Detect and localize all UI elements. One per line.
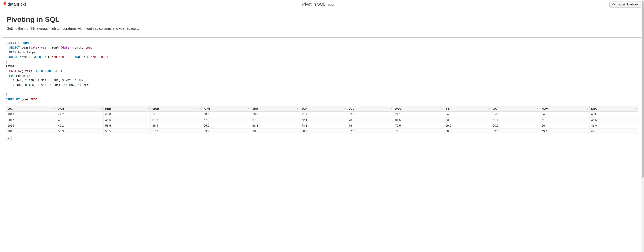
sort-caret-icon: ▾: [148, 108, 149, 110]
table-row: 201743.746.651.557.36772.178.381.573.861…: [6, 117, 638, 123]
import-notebook-button[interactable]: Import Notebook: [610, 1, 641, 7]
column-header[interactable]: SEP▾: [444, 106, 491, 112]
notebook-lang: (SQL): [326, 3, 334, 6]
column-header[interactable]: AUG▾: [393, 106, 444, 112]
app-header: databricks Pivot in SQL (SQL) Import Not…: [0, 0, 644, 9]
md-paragraph: Getting the monthly average high tempera…: [6, 27, 638, 30]
table-body: 201849.745.85458.670.871.982.879.1nullnu…: [6, 112, 638, 134]
table-cell: 59.9: [202, 129, 251, 134]
download-icon: [7, 137, 10, 140]
sort-caret-icon: ▾: [54, 108, 55, 110]
table-cell: 67: [251, 117, 300, 123]
table-cell: 41.9: [589, 123, 638, 129]
sort-caret-icon: ▾: [391, 108, 392, 110]
table-cell: 81.5: [393, 117, 444, 123]
table-cell: 82.6: [347, 129, 393, 134]
table-cell: 46.6: [104, 117, 151, 123]
column-header[interactable]: FEB▾: [104, 106, 151, 112]
table-cell: 2015: [6, 129, 56, 134]
vertical-scrollbar[interactable]: [642, 0, 644, 145]
databricks-logo: databricks: [3, 2, 26, 7]
table-cell: null: [444, 112, 491, 117]
table-cell: 68: [251, 129, 300, 134]
table-cell: 50.3: [56, 129, 103, 134]
column-header[interactable]: APR▾: [202, 106, 251, 112]
sort-caret-icon: ▾: [248, 108, 250, 110]
results-panel: year▾JAN▾FEB▾MAR▾APR▾MAY▾JUN▾JUL▾AUG▾SEP…: [6, 106, 638, 141]
download-results-button[interactable]: [6, 136, 12, 141]
column-header[interactable]: NOV▾: [540, 106, 590, 112]
table-cell: 56.4: [151, 123, 202, 129]
table-cell: 51.5: [151, 117, 202, 123]
column-header[interactable]: MAR▾: [151, 106, 202, 112]
sort-caret-icon: ▾: [537, 108, 538, 110]
notebook-content: Pivoting in SQL Getting the monthly aver…: [0, 9, 644, 145]
table-cell: 2018: [6, 112, 56, 117]
table-cell: 60.5: [491, 123, 540, 129]
column-header[interactable]: JAN▾: [56, 106, 103, 112]
table-row: 201649.153.656.465.968.873.17679.569.660…: [6, 123, 638, 129]
sort-caret-icon: ▾: [636, 108, 637, 110]
sort-caret-icon: ▾: [587, 108, 588, 110]
table-cell: 45.5: [589, 117, 638, 123]
table-cell: 68.8: [251, 123, 300, 129]
databricks-logo-icon: [3, 2, 7, 7]
sort-caret-icon: ▾: [200, 108, 200, 110]
column-header[interactable]: OCT▾: [491, 106, 540, 112]
table-cell: 43.7: [56, 117, 103, 123]
results-table: year▾JAN▾FEB▾MAR▾APR▾MAY▾JUN▾JUL▾AUG▾SEP…: [6, 106, 638, 134]
table-cell: null: [540, 112, 590, 117]
table-cell: 57.9: [151, 129, 202, 134]
table-header-row: year▾JAN▾FEB▾MAR▾APR▾MAY▾JUN▾JUL▾AUG▾SEP…: [6, 106, 638, 112]
table-cell: 65.9: [202, 123, 251, 129]
table-cell: null: [589, 112, 638, 117]
table-cell: 79.5: [393, 123, 444, 129]
sort-caret-icon: ▾: [298, 108, 298, 110]
table-cell: 57.3: [202, 117, 251, 123]
table-cell: 58.6: [202, 112, 251, 117]
notebook-title-text: Pivot in SQL: [302, 2, 325, 6]
column-header[interactable]: JUN▾: [300, 106, 347, 112]
sort-caret-icon: ▾: [344, 108, 346, 110]
table-cell: 78.9: [300, 129, 347, 134]
table-row: 201550.354.557.959.96878.982.67968.563.6…: [6, 129, 638, 134]
table-cell: 69.6: [444, 123, 491, 129]
table-cell: 63.6: [491, 129, 540, 134]
table-cell: 2016: [6, 123, 56, 129]
column-header[interactable]: year▾: [6, 106, 56, 112]
table-cell: null: [491, 112, 540, 117]
md-heading: Pivoting in SQL: [6, 15, 638, 23]
table-cell: 78.3: [347, 117, 393, 123]
table-cell: 82.8: [347, 112, 393, 117]
cloud-download-icon: [612, 3, 616, 6]
table-cell: 47.1: [589, 129, 638, 134]
column-header[interactable]: JUL▾: [347, 106, 393, 112]
table-cell: 79.1: [393, 112, 444, 117]
scrollbar-thumb[interactable]: [642, 1, 644, 145]
table-cell: 73.8: [444, 117, 491, 123]
table-cell: 53.6: [104, 123, 151, 129]
table-cell: 49.4: [540, 129, 590, 134]
table-cell: 73.1: [300, 123, 347, 129]
code-cell: SELECT * FROM ( SELECT year(date) year, …: [2, 37, 642, 143]
sql-code[interactable]: SELECT * FROM ( SELECT year(date) year, …: [6, 41, 638, 101]
table-cell: 61.1: [491, 117, 540, 123]
table-cell: 68.5: [444, 129, 491, 134]
table-cell: 79: [393, 129, 444, 134]
table-row: 201849.745.85458.670.871.982.879.1nullnu…: [6, 112, 638, 117]
column-header[interactable]: MAY▾: [251, 106, 300, 112]
import-label: Import Notebook: [617, 3, 638, 6]
table-cell: 49.1: [56, 123, 103, 129]
table-cell: 54.5: [104, 129, 151, 134]
column-header[interactable]: DEC▾: [589, 106, 638, 112]
markdown-cell: Pivoting in SQL Getting the monthly aver…: [2, 11, 642, 35]
table-cell: 54: [151, 112, 202, 117]
logo-text: databricks: [8, 2, 26, 7]
sort-caret-icon: ▾: [101, 108, 102, 110]
sort-caret-icon: ▾: [441, 108, 442, 110]
table-cell: 72.1: [300, 117, 347, 123]
table-cell: 2017: [6, 117, 56, 123]
table-cell: 56: [540, 123, 590, 129]
notebook-title: Pivot in SQL (SQL): [302, 2, 334, 7]
sort-caret-icon: ▾: [488, 108, 490, 110]
